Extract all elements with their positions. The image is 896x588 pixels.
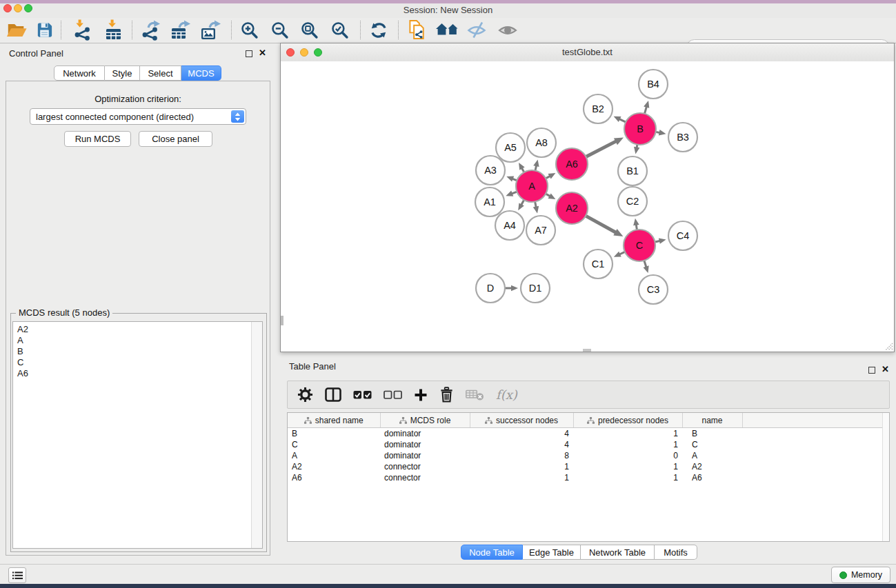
table-panel-float-button[interactable] (868, 367, 875, 374)
table-cell[interactable]: 1 (470, 461, 573, 472)
tab-network[interactable]: Network (54, 65, 105, 81)
table-cell[interactable]: 8 (470, 450, 573, 461)
table-cell[interactable]: dominator (380, 428, 470, 440)
table-cell[interactable]: 1 (573, 461, 682, 472)
export-table-button[interactable] (166, 19, 194, 41)
delete-selected-button[interactable] (439, 387, 454, 403)
zoom-fit-button[interactable] (295, 19, 323, 41)
graph-edge-A6-B[interactable] (586, 137, 624, 156)
table-row[interactable]: Bdominator41B (288, 428, 889, 440)
table-cell[interactable]: 4 (470, 428, 573, 440)
table-cell[interactable]: A (288, 450, 380, 461)
delete-table-button[interactable] (466, 389, 484, 401)
mcds-list-scrollbar[interactable] (251, 322, 262, 548)
zoom-in-button[interactable] (235, 19, 263, 41)
open-session-button[interactable] (3, 19, 30, 41)
zoom-selected-button[interactable] (326, 19, 353, 41)
show-all-button[interactable] (494, 19, 521, 41)
tab-edge-table[interactable]: Edge Table (523, 545, 581, 560)
tab-node-table[interactable]: Node Table (461, 545, 523, 560)
graph-node-B[interactable]: B (624, 113, 656, 145)
table-row[interactable]: Adominator80A (288, 450, 889, 461)
graph-edge-A2-C[interactable] (586, 216, 623, 236)
graph-node-D[interactable]: D (476, 274, 505, 303)
graph-node-A4[interactable]: A4 (495, 211, 524, 240)
graph-node-A3[interactable]: A3 (476, 156, 505, 185)
table-cell[interactable]: connector (380, 472, 470, 483)
network-horizontal-scroll-thumb[interactable] (583, 349, 591, 352)
graph-node-B4[interactable]: B4 (639, 70, 668, 99)
column-header-predecessor-nodes[interactable]: predecessor nodes (573, 413, 682, 428)
table-cell[interactable]: dominator (380, 439, 470, 450)
graph-node-A1[interactable]: A1 (475, 187, 504, 216)
hide-selected-button[interactable] (463, 19, 490, 41)
graph-edge-A-A5[interactable] (519, 163, 525, 172)
graph-node-C1[interactable]: C1 (584, 250, 613, 278)
graph-node-C3[interactable]: C3 (639, 275, 668, 304)
mcds-result-item[interactable]: A (17, 335, 262, 346)
mcds-result-item[interactable]: A6 (17, 368, 262, 379)
mcds-result-item[interactable]: C (17, 357, 262, 368)
graph-node-C4[interactable]: C4 (668, 221, 697, 250)
table-panel-close-button[interactable]: ✕ (882, 365, 889, 374)
column-header-name[interactable]: name (682, 413, 742, 428)
graph-node-B3[interactable]: B3 (668, 123, 697, 152)
deselect-all-checkboxes-button[interactable] (384, 390, 402, 400)
task-history-button[interactable] (8, 567, 26, 583)
graph-edge-A-A7[interactable] (533, 202, 539, 214)
graph-node-A7[interactable]: A7 (526, 216, 555, 245)
export-image-button[interactable] (196, 19, 223, 41)
run-mcds-button[interactable]: Run MCDS (64, 131, 131, 147)
column-header-successor-nodes[interactable]: successor nodes (470, 413, 573, 428)
control-panel-float-button[interactable] (246, 50, 252, 57)
table-cell[interactable]: C (682, 439, 742, 450)
select-all-checkboxes-button[interactable] (353, 390, 372, 400)
tab-network-table[interactable]: Network Table (581, 545, 655, 560)
table-cell[interactable]: A6 (288, 472, 380, 483)
table-cell[interactable]: 1 (470, 472, 573, 483)
graph-edge-A-A3[interactable] (506, 176, 517, 182)
first-neighbors-button[interactable] (433, 19, 461, 41)
graph-node-A2[interactable]: A2 (556, 192, 588, 224)
graph-node-D1[interactable]: D1 (521, 274, 550, 303)
table-cell[interactable]: B (288, 428, 380, 440)
memory-button[interactable]: Memory (831, 567, 890, 583)
network-vertical-scroll-thumb[interactable] (281, 316, 283, 325)
graph-node-C[interactable]: C (624, 230, 655, 261)
graph-edge-B-B3[interactable] (656, 130, 666, 136)
tab-motifs[interactable]: Motifs (655, 545, 697, 560)
table-row[interactable]: A6connector11A6 (288, 472, 889, 483)
table-cell[interactable]: 1 (573, 439, 682, 450)
tab-style[interactable]: Style (105, 65, 140, 81)
import-table-button[interactable] (100, 19, 128, 41)
refresh-layout-button[interactable] (365, 19, 392, 41)
graph-node-A8[interactable]: A8 (527, 128, 556, 157)
table-cell[interactable]: connector (380, 461, 470, 472)
resize-grip-icon[interactable] (884, 341, 893, 351)
export-network-button[interactable] (137, 19, 164, 41)
control-panel-close-button[interactable]: ✕ (259, 49, 266, 57)
table-cell[interactable]: 4 (470, 439, 573, 450)
graph-node-B2[interactable]: B2 (584, 94, 613, 123)
graph-node-A[interactable]: A (516, 170, 548, 202)
table-cell[interactable]: B (682, 428, 742, 440)
table-cell[interactable]: A (682, 450, 742, 461)
table-row[interactable]: A2connector11A2 (288, 461, 889, 472)
table-cell[interactable]: 1 (573, 472, 682, 483)
graph-edge-A-A8[interactable] (533, 159, 539, 170)
table-cell[interactable]: 1 (573, 428, 682, 440)
graph-node-A5[interactable]: A5 (496, 133, 525, 162)
import-network-button[interactable] (69, 19, 97, 41)
table-cell[interactable]: A6 (682, 472, 742, 483)
graph-edge-A-A4[interactable] (518, 200, 524, 210)
graph-node-B1[interactable]: B1 (618, 156, 647, 185)
criterion-select[interactable]: largest connected component (directed) (30, 108, 246, 125)
table-cell[interactable]: 0 (573, 450, 682, 461)
graph-edge-B-B4[interactable] (644, 101, 649, 114)
network-canvas[interactable]: B4B2BB3A8A5A6A3B1AC2A1A2A4A7C4CC1DD1C3 (281, 61, 894, 352)
mcds-result-item[interactable]: B (17, 346, 262, 357)
graph-edge-B-B2[interactable] (614, 116, 626, 122)
save-session-button[interactable] (30, 19, 58, 41)
table-cell[interactable]: A2 (682, 461, 742, 472)
graph-edge-C-C3[interactable] (644, 261, 649, 273)
